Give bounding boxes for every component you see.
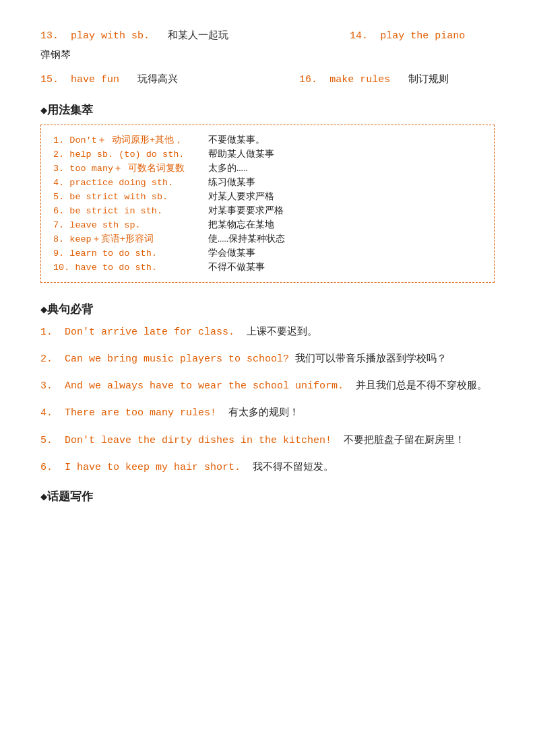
usage-row-5: 5. be strict with sb. 对某人要求严格	[53, 191, 482, 203]
sentence-3-cn: 并且我们总是不得不穿校服。	[356, 380, 487, 392]
usage-en-7: 7. leave sth sp.	[53, 220, 208, 230]
usage-header: ◆用法集萃	[40, 102, 495, 118]
phrases-section: 13. play with sb. 和某人一起玩 14. play the pi…	[40, 27, 495, 90]
sentence-2-num: 2.	[40, 353, 53, 365]
usage-cn-4: 练习做某事	[208, 176, 255, 188]
usage-cn-6: 对某事要要求严格	[208, 205, 284, 217]
usage-section: ◆用法集萃 1. Don't＋ 动词原形+其他， 不要做某事。 2. help …	[40, 102, 495, 289]
usage-box: 1. Don't＋ 动词原形+其他， 不要做某事。 2. help sb. (t…	[40, 125, 495, 283]
sentence-6-cn: 我不得不留短发。	[253, 462, 334, 473]
usage-en-9: 9. learn to do sth.	[53, 248, 208, 259]
sentence-2-cn: 我们可以带音乐播放器到学校吗？	[295, 353, 447, 365]
phrase-13-cn: 和某人一起玩	[168, 30, 228, 42]
sentence-1-cn: 上课不要迟到。	[247, 327, 317, 338]
usage-row-1: 1. Don't＋ 动词原形+其他， 不要做某事。	[53, 134, 482, 146]
phrase-15-en: have fun	[71, 74, 119, 85]
phrase-14-en: play the piano	[380, 30, 465, 42]
sentence-5-en: Don't leave the dirty dishes in the kitc…	[65, 435, 332, 446]
sentence-5-cn: 不要把脏盘子留在厨房里！	[344, 435, 465, 446]
phrase-14-cn: 弹钢琴	[40, 50, 71, 61]
sentence-3: 3. And we always have to wear the school…	[40, 378, 495, 395]
usage-row-10: 10. have to do sth. 不得不做某事	[53, 261, 482, 273]
sentence-1-en: Don't arrive late for class.	[65, 327, 234, 338]
phrase-13-en: play with sb.	[71, 30, 150, 42]
usage-en-4: 4. practice doing sth.	[53, 178, 208, 188]
usage-cn-3: 太多的……	[208, 162, 247, 174]
usage-row-3: 3. too many＋ 可数名词复数 太多的……	[53, 162, 482, 174]
sentence-2-en: Can we bring music players to school?	[65, 353, 289, 365]
sentences-header: ◆典句必背	[40, 302, 495, 317]
sentence-4-en: There are too many rules!	[65, 407, 216, 419]
sentence-4-num: 4.	[40, 407, 53, 419]
usage-cn-5: 对某人要求严格	[208, 191, 274, 203]
sentence-3-en: And we always have to wear the school un…	[65, 380, 344, 392]
phrase-16-en: make rules	[329, 74, 390, 85]
sentence-6: 6. I have to keep my hair short. 我不得不留短发…	[40, 459, 495, 477]
phrase-16-cn: 制订规则	[408, 74, 449, 85]
sentence-2: 2. Can we bring music players to school?…	[40, 351, 495, 368]
usage-en-3: 3. too many＋ 可数名词复数	[53, 162, 208, 174]
usage-en-10: 10. have to do sth.	[53, 263, 208, 273]
phrase-13-num: 13.	[40, 30, 59, 42]
phrase-16-num: 16.	[299, 74, 317, 85]
usage-row-7: 7. leave sth sp. 把某物忘在某地	[53, 219, 482, 231]
sentence-4-cn: 有太多的规则！	[228, 407, 299, 419]
sentence-1-num: 1.	[40, 327, 53, 338]
usage-en-2: 2. help sb. (to) do sth.	[53, 149, 208, 160]
phrase-14-num: 14.	[350, 30, 368, 42]
usage-row-2: 2. help sb. (to) do sth. 帮助某人做某事	[53, 148, 482, 160]
usage-row-6: 6. be strict in sth. 对某事要要求严格	[53, 205, 482, 217]
usage-en-1: 1. Don't＋ 动词原形+其他，	[53, 134, 208, 146]
usage-row-9: 9. learn to do sth. 学会做某事	[53, 247, 482, 259]
usage-cn-10: 不得不做某事	[208, 261, 265, 273]
sentence-1: 1. Don't arrive late for class. 上课不要迟到。	[40, 324, 495, 341]
topic-header: ◆话题写作	[40, 489, 495, 504]
usage-en-6: 6. be strict in sth.	[53, 206, 208, 216]
usage-en-5: 5. be strict with sb.	[53, 192, 208, 202]
phrase-row-14-cn: 弹钢琴	[40, 46, 495, 66]
phrase-15-num: 15.	[40, 74, 59, 85]
usage-cn-7: 把某物忘在某地	[208, 219, 274, 231]
usage-cn-1: 不要做某事。	[208, 134, 265, 146]
usage-cn-9: 学会做某事	[208, 247, 255, 259]
phrase-15-cn: 玩得高兴	[137, 74, 178, 85]
phrase-row-15-16: 15. have fun 玩得高兴 16. make rules 制订规则	[40, 71, 495, 90]
usage-row-4: 4. practice doing sth. 练习做某事	[53, 176, 482, 188]
usage-en-8: 8. keep＋宾语+形容词	[53, 233, 208, 245]
sentence-5: 5. Don't leave the dirty dishes in the k…	[40, 432, 495, 450]
sentence-6-num: 6.	[40, 462, 53, 473]
sentence-4: 4. There are too many rules! 有太多的规则！	[40, 405, 495, 422]
sentence-3-num: 3.	[40, 380, 53, 392]
sentence-6-en: I have to keep my hair short.	[65, 462, 241, 473]
phrase-row-13-14: 13. play with sb. 和某人一起玩 14. play the pi…	[40, 27, 495, 46]
usage-cn-8: 使……保持某种状态	[208, 233, 285, 245]
usage-row-8: 8. keep＋宾语+形容词 使……保持某种状态	[53, 233, 482, 245]
sentences-section: ◆典句必背 1. Don't arrive late for class. 上课…	[40, 302, 495, 477]
sentence-5-num: 5.	[40, 435, 53, 446]
usage-cn-2: 帮助某人做某事	[208, 148, 274, 160]
